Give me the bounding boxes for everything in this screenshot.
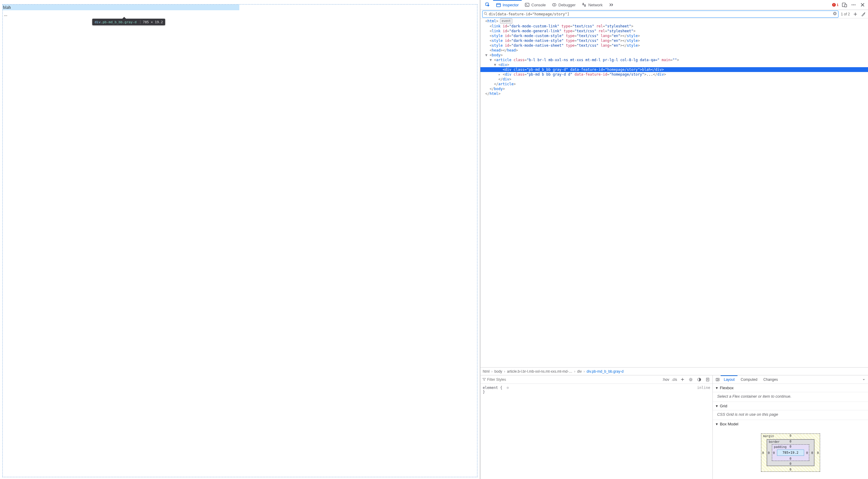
svg-point-18 [690,379,692,381]
layout-tab-layout[interactable]: Layout [721,375,738,383]
chevrons-right-icon [609,2,614,7]
crumb-article[interactable]: article.b-l.br-l.mb-xxl-ns.mt-xxs.mt-md-… [507,369,572,374]
rules-toolbar: :hov .cls [480,375,713,384]
search-icon [484,12,488,17]
dom-node-html[interactable]: <html>event [480,19,868,24]
tab-debugger[interactable]: Debugger [549,0,579,10]
inline-rule[interactable]: element { ⚙ inline } [480,384,713,396]
tooltip-separator [140,20,141,24]
svg-rect-9 [834,5,834,6]
margin-left-val[interactable]: 0 [762,451,764,454]
margin-right-val[interactable]: 0 [817,451,819,454]
new-rule-button[interactable] [679,377,685,383]
tab-console[interactable]: Console [522,0,549,10]
inspector-search-row: 1 of 2 [480,10,868,19]
tab-overflow[interactable] [606,0,617,10]
responsive-mode-button[interactable] [841,2,847,8]
dom-node-div-close[interactable]: </div> [480,77,868,82]
inspector-search-input[interactable] [489,12,833,16]
padding-top-val[interactable]: 0 [789,445,792,448]
dom-tree[interactable]: <html>event <link id="dark-mode-custom-l… [480,19,868,367]
layout-tab-changes[interactable]: Changes [761,375,781,383]
section-grid-label: Grid [720,404,727,408]
svg-point-15 [484,12,486,14]
tab-debugger-label: Debugger [558,3,576,7]
tab-inspector[interactable]: Inspector [493,0,522,10]
padding-bottom-val[interactable]: 0 [789,457,792,460]
layout-overflow-button[interactable] [861,377,867,383]
event-badge[interactable]: event [500,19,512,24]
padding-right-val[interactable]: 0 [806,451,808,454]
dom-node-body[interactable]: ▼ <body> [480,53,868,58]
margin-bottom-val[interactable]: 0 [789,468,792,471]
dom-node-style[interactable]: <style id="dark-mode-custom-style" type=… [480,33,868,38]
twisty-icon[interactable]: ▼ [490,58,492,62]
dom-node-style[interactable]: <style id="dark-mode-native-style" type=… [480,38,868,43]
cls-toggle[interactable]: .cls [672,378,677,382]
element-picker-button[interactable] [482,0,493,10]
border-bottom-val[interactable]: 0 [789,462,792,466]
twisty-icon[interactable]: ▼ [494,63,496,67]
crumb-selected[interactable]: div.pb-md_b_bb.gray-d [587,369,624,374]
rule-source: inline [697,386,710,390]
dom-node-head[interactable]: <head></head> [480,48,868,53]
margin-label: margin [763,435,774,438]
dom-node-div-sibling[interactable]: ▸ <div class="pb-md b bb gray-d d" data-… [480,72,868,77]
section-boxmodel-label: Box Model [720,422,738,426]
rules-filter-input[interactable] [487,378,660,382]
section-flexbox-label: Flexbox [720,386,734,390]
border-top-val[interactable]: 0 [789,440,792,443]
rules-filter[interactable] [482,378,660,382]
dom-node-article-close[interactable]: </article> [480,82,868,87]
twisty-icon[interactable]: ▸ [498,72,500,76]
dom-node-link[interactable]: <link id="dark-mode-general-link" type="… [480,29,868,33]
hov-toggle[interactable]: :hov [662,378,670,382]
dom-node-style[interactable]: <style id="dark-mode-native-sheet" type=… [480,43,868,48]
dom-node-body-close[interactable]: </body> [480,87,868,91]
box-model-border[interactable]: border 0 0 0 0 padding 0 0 0 [767,439,814,466]
section-flexbox-header[interactable]: ▾ Flexbox [713,384,868,392]
chevron-right-icon: › [574,369,575,374]
crumb-html[interactable]: html [483,369,490,374]
highlighted-element[interactable]: blah [3,4,239,10]
margin-top-val[interactable]: 0 [789,434,792,438]
section-grid-header[interactable]: ▾ Grid [713,402,868,410]
network-icon [582,2,587,7]
dom-node-link[interactable]: <link id="dark-mode-custom-link" type="t… [480,24,868,29]
dom-node-article[interactable]: ▼ <article class="b-l br-l mb-xxl-ns mt-… [480,58,868,62]
dom-node-selected[interactable]: <div class="pb-md_b_bb gray-d" data-feat… [480,67,868,72]
crumb-div[interactable]: div [577,369,582,374]
svg-point-12 [852,4,852,5]
clear-search-button[interactable] [833,11,837,17]
crumb-body[interactable]: body [494,369,502,374]
border-right-val[interactable]: 0 [811,451,813,454]
close-devtools-button[interactable] [860,2,866,8]
eyedropper-button[interactable] [860,11,866,17]
devtools-tab-bar: Inspector Console Debugger Network [480,0,868,10]
section-boxmodel-header[interactable]: ▾ Box Model [713,420,868,428]
sibling-element-preview: ... [4,12,7,17]
error-count-badge[interactable]: 1 [832,2,838,7]
box-model-margin[interactable]: margin 0 0 0 0 border 0 0 0 0 [761,434,820,472]
twisty-icon[interactable]: ▼ [485,53,487,57]
padding-left-val[interactable]: 0 [773,451,775,454]
print-sim-button[interactable] [705,377,711,383]
light-scheme-button[interactable] [688,377,694,383]
dom-node-html-close[interactable]: </html> [480,91,868,96]
kebab-menu-button[interactable] [850,2,857,8]
sidebar-toggle-button[interactable] [715,377,721,383]
page-preview-pane: blah ... div.pb-md_b_bb.gray-d 785 × 19.… [0,0,480,479]
tab-network[interactable]: Network [579,0,606,10]
box-model-content[interactable]: 785×19.2 [777,449,804,456]
svg-rect-3 [525,3,529,7]
add-node-button[interactable] [852,11,858,17]
dark-scheme-button[interactable] [696,377,702,383]
box-model-padding[interactable]: padding 0 0 0 0 785×19.2 [772,444,809,461]
tooltip-dimensions: 785 × 19.2 [143,20,163,24]
dom-node-div[interactable]: ▼ <div> [480,62,868,67]
devtools-panel: Inspector Console Debugger Network [480,0,868,479]
layout-tab-computed[interactable]: Computed [738,375,760,383]
border-left-val[interactable]: 0 [768,451,770,454]
inspector-search-box[interactable] [482,10,838,18]
box-model-diagram: margin 0 0 0 0 border 0 0 0 0 [713,428,868,476]
